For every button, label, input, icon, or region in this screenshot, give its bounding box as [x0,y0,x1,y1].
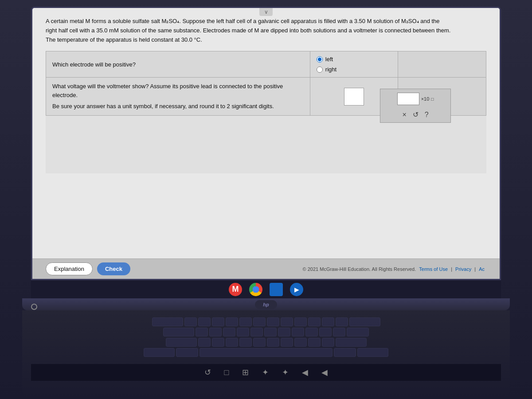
input-panel: ×10 □ × ↺ ? [380,89,451,123]
key-space[interactable] [200,348,332,357]
power-indicator [31,304,37,310]
hp-logo: hp [255,300,277,309]
key-quote[interactable] [333,328,345,336]
table-row-1: Which electrode will be positive? left [46,51,486,78]
empty-area [46,116,486,173]
key-enter[interactable] [347,328,369,336]
key-q[interactable] [184,317,197,326]
keyboard-area: ↺ □ ⊞ ✦ ✦ ◀ ◀ [22,310,510,399]
key-r[interactable] [226,317,238,326]
key-x[interactable] [212,338,224,347]
keyboard-row-3 [40,338,492,347]
help-icon-button[interactable]: ? [425,111,429,119]
x10-label: ×10 [421,96,430,102]
key-semi[interactable] [319,328,332,336]
key-k[interactable] [292,328,304,336]
question2-text: What voltage will the voltmeter show? As… [46,78,310,116]
footer-right: © 2021 McGraw-Hill Education. All Rights… [303,266,486,272]
question1-extra-cell [398,51,486,78]
key-j[interactable] [278,328,290,336]
key-alt-l[interactable] [176,348,198,357]
radio-right-label: right [325,66,336,73]
key-n[interactable] [267,338,279,347]
browser-content: A certain metal M forms a soluble sulfat… [32,8,500,279]
key-z[interactable] [198,338,211,347]
help-icon: ? [425,111,429,118]
bottom-icon-back[interactable]: ↺ [204,368,211,377]
footer-bar: Explanation Check © 2021 McGraw-Hill Edu… [32,258,500,279]
key-w[interactable] [198,317,211,326]
key-b[interactable] [253,338,266,347]
key-tab[interactable] [152,317,183,326]
key-slash[interactable] [322,338,334,347]
laptop-body-bar: hp [22,298,510,310]
radio-left-label: left [325,56,333,63]
key-caps[interactable] [163,328,194,336]
undo-icon-button[interactable]: ↺ [413,110,419,119]
problem-line3: The temperature of the apparatus is held… [46,35,486,45]
key-y[interactable] [253,317,266,326]
key-ctrl-l[interactable] [144,348,175,357]
undo-icon: ↺ [413,111,419,118]
check-button[interactable]: Check [97,262,130,275]
key-l[interactable] [305,328,318,336]
key-a[interactable] [196,328,208,336]
screen-area: A certain metal M forms a soluble sulfat… [31,7,501,280]
bottom-icon-prev2[interactable]: ◀ [321,368,328,377]
key-comma[interactable] [294,338,307,347]
voltage-input[interactable] [344,88,364,106]
key-bracket-r[interactable] [336,317,348,326]
bottom-icon-square[interactable]: □ [224,368,229,377]
key-period[interactable] [308,338,321,347]
key-m[interactable] [281,338,293,347]
radio-left[interactable] [317,56,323,63]
key-shift-r[interactable] [336,338,367,347]
bottom-taskbar: ↺ □ ⊞ ✦ ✦ ◀ ◀ [31,364,501,381]
accessibility-link[interactable]: Ac [479,266,485,272]
taskbar-icon-m[interactable]: M [229,283,242,296]
bottom-icon-windows[interactable]: ⊞ [242,368,249,377]
key-t[interactable] [239,317,252,326]
key-u[interactable] [267,317,279,326]
key-s[interactable] [209,328,222,336]
bottom-icon-prev1[interactable]: ◀ [302,368,308,377]
key-ctrl-r[interactable] [357,348,388,357]
key-bracket-l[interactable] [322,317,334,326]
radio-option-left[interactable]: left [317,56,333,63]
superscript-label: □ [431,97,434,102]
key-g[interactable] [250,328,263,336]
copyright-text: © 2021 McGraw-Hill Education. All Rights… [303,266,416,272]
problem-line1: A certain metal M forms a soluble sulfat… [46,17,486,26]
icon-row: × ↺ ? [402,110,428,119]
key-d[interactable] [223,328,235,336]
key-c[interactable] [226,338,238,347]
bottom-icon-star2: ✦ [282,368,289,377]
problem-line2: right half cell with a 35.0 mM solution … [46,26,486,35]
explanation-button[interactable]: Explanation [46,262,93,275]
question1-text: Which electrode will be positive? [46,51,310,78]
key-h[interactable] [264,328,277,336]
key-v[interactable] [239,338,252,347]
key-backspace[interactable] [349,317,380,326]
key-i[interactable] [281,317,293,326]
key-alt-r[interactable] [334,348,356,357]
taskbar-icon-chrome[interactable] [249,283,262,296]
radio-right[interactable] [317,66,323,73]
footer-left: Explanation Check [46,262,130,275]
scroll-indicator[interactable] [259,8,273,16]
radio-option-right[interactable]: right [317,66,336,73]
key-o[interactable] [294,317,307,326]
key-f[interactable] [237,328,249,336]
radio-group: left right [317,56,392,73]
terms-link[interactable]: Terms of Use [419,266,448,272]
taskbar-icon-blue[interactable] [270,283,283,296]
close-icon-button[interactable]: × [402,111,406,119]
exponent-input[interactable] [397,93,419,105]
taskbar-icon-play[interactable]: ▶ [290,283,303,296]
key-p[interactable] [308,317,321,326]
privacy-link[interactable]: Privacy [455,266,471,272]
question1-answer-cell: left right [310,51,398,78]
key-e[interactable] [212,317,224,326]
laptop-outer: A certain metal M forms a soluble sulfat… [0,0,532,399]
key-shift-l[interactable] [166,338,197,347]
